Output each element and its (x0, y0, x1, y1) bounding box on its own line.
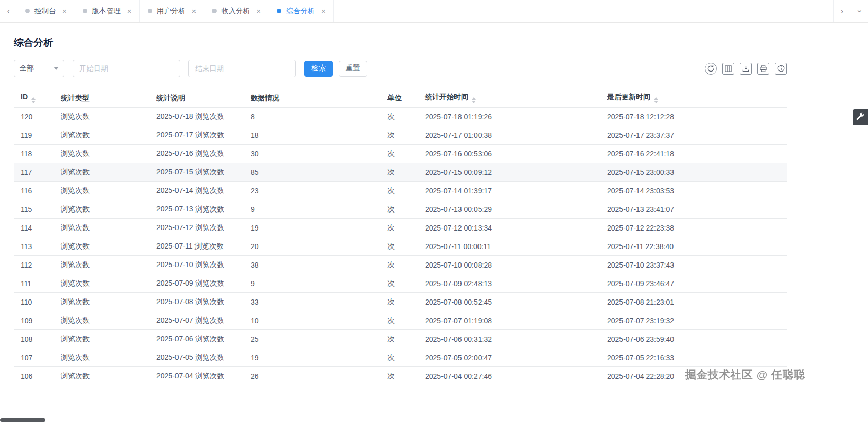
column-settings-icon (725, 65, 732, 72)
tab-close-icon[interactable]: × (192, 7, 197, 15)
tab-item[interactable]: 用户分析× (140, 0, 205, 22)
tab-close-icon[interactable]: × (127, 7, 132, 15)
table-cell: 2025-07-07 01:19:08 (418, 311, 600, 330)
table-cell: 109 (14, 311, 54, 330)
table-cell: 次 (381, 163, 418, 182)
table-cell: 10 (244, 311, 381, 330)
info-icon (777, 65, 785, 72)
column-header[interactable]: 最后更新时间 (600, 89, 787, 108)
table-cell: 38 (244, 256, 381, 274)
table-cell: 2025-07-09 23:46:47 (600, 274, 787, 293)
table-cell: 次 (381, 237, 418, 256)
search-button[interactable]: 检索 (304, 61, 333, 77)
settings-fab-button[interactable] (853, 109, 868, 125)
refresh-button[interactable] (705, 63, 717, 75)
column-header-label: 单位 (387, 94, 402, 102)
table-cell: 次 (381, 367, 418, 385)
table-cell: 次 (381, 145, 418, 163)
start-date-input[interactable] (73, 60, 180, 77)
table-cell: 2025-07-14 01:39:17 (418, 182, 600, 200)
tabs-menu-button[interactable]: › (851, 0, 868, 22)
table-cell: 2025-07-17 01:00:38 (418, 126, 600, 145)
table-cell: 浏览次数 (54, 237, 150, 256)
tab-close-icon[interactable]: × (256, 7, 261, 15)
tab-status-dot (148, 9, 152, 13)
tab-item[interactable]: 收入分析× (204, 0, 269, 22)
table-cell: 2025-07-15 23:00:33 (600, 163, 787, 182)
table-cell: 次 (381, 293, 418, 311)
table-row: 115浏览次数2025-07-13 浏览次数9次2025-07-13 00:05… (14, 200, 787, 219)
table-cell: 113 (14, 237, 54, 256)
print-icon (760, 65, 767, 72)
print-button[interactable] (757, 63, 769, 75)
table-cell: 2025-07-14 浏览次数 (150, 182, 244, 200)
table-cell: 2025-07-09 浏览次数 (150, 274, 244, 293)
table-row: 108浏览次数2025-07-06 浏览次数25次2025-07-06 00:3… (14, 330, 787, 348)
table-cell: 30 (244, 145, 381, 163)
info-button[interactable] (775, 63, 787, 75)
tab-item[interactable]: 综合分析× (269, 0, 334, 22)
column-header: 统计类型 (54, 89, 150, 108)
tab-status-dot (212, 9, 217, 13)
table-cell: 120 (14, 108, 54, 126)
tab-label: 版本管理 (92, 7, 121, 16)
table-cell: 2025-07-16 22:41:18 (600, 145, 787, 163)
column-header-label: 最后更新时间 (607, 93, 650, 101)
type-select[interactable]: 全部 (14, 60, 64, 77)
reset-button[interactable]: 重置 (339, 61, 367, 77)
chevron-right-icon: › (841, 7, 843, 16)
sort-icon[interactable] (31, 97, 36, 103)
table-cell: 108 (14, 330, 54, 348)
table-cell: 107 (14, 348, 54, 367)
end-date-input[interactable] (188, 60, 296, 77)
tab-label: 控制台 (34, 7, 56, 16)
sort-icon[interactable] (654, 97, 658, 103)
table-cell: 浏览次数 (54, 108, 150, 126)
table-cell: 2025-07-18 01:19:26 (418, 108, 600, 126)
table-row: 107浏览次数2025-07-05 浏览次数19次2025-07-05 02:0… (14, 348, 787, 367)
tab-status-dot (25, 9, 30, 13)
sort-icon[interactable] (472, 97, 476, 103)
table-cell: 浏览次数 (54, 256, 150, 274)
column-header[interactable]: ID (14, 89, 54, 108)
table-cell: 2025-07-09 02:48:13 (418, 274, 600, 293)
column-header-label: 统计开始时间 (425, 93, 468, 101)
table-cell: 2025-07-13 00:05:29 (418, 200, 600, 219)
table-cell: 2025-07-04 浏览次数 (150, 367, 244, 385)
column-settings-button[interactable] (722, 63, 734, 75)
table-row: 116浏览次数2025-07-14 浏览次数23次2025-07-14 01:3… (14, 182, 787, 200)
page-title: 综合分析 (14, 36, 787, 49)
table-cell: 25 (244, 330, 381, 348)
table-cell: 浏览次数 (54, 219, 150, 237)
table-cell: 23 (244, 182, 381, 200)
tab-item[interactable]: 控制台× (17, 0, 75, 22)
table-cell: 2025-07-17 23:37:37 (600, 126, 787, 145)
table-cell: 2025-07-07 浏览次数 (150, 311, 244, 330)
table-cell: 117 (14, 163, 54, 182)
tabs-scroll-right-button[interactable]: › (833, 0, 851, 22)
column-header-label: ID (21, 93, 28, 101)
tab-close-icon[interactable]: × (62, 7, 67, 15)
table-cell: 2025-07-04 22:28:20 (600, 367, 787, 385)
table-cell: 2025-07-13 浏览次数 (150, 200, 244, 219)
table-cell: 116 (14, 182, 54, 200)
table-cell: 浏览次数 (54, 274, 150, 293)
tab-label: 收入分析 (221, 7, 250, 16)
column-header: 单位 (381, 89, 418, 108)
table-cell: 2025-07-08 21:23:01 (600, 293, 787, 311)
horizontal-scrollbar[interactable] (0, 418, 45, 422)
table-cell: 20 (244, 237, 381, 256)
export-button[interactable] (740, 63, 752, 75)
main-content: 综合分析 全部 检索 重置 ID统计类型统计说明数据情况单位统计开始时间最后更新… (14, 36, 787, 385)
table-cell: 2025-07-16 浏览次数 (150, 145, 244, 163)
tab-close-icon[interactable]: × (321, 7, 326, 15)
column-header[interactable]: 统计开始时间 (418, 89, 600, 108)
tab-label: 用户分析 (157, 7, 186, 16)
tabs-scroll-left-button[interactable]: ‹ (0, 0, 17, 22)
table-tools (705, 63, 787, 75)
table-cell: 33 (244, 293, 381, 311)
table-cell: 115 (14, 200, 54, 219)
table-cell: 次 (381, 200, 418, 219)
table-cell: 浏览次数 (54, 145, 150, 163)
tab-item[interactable]: 版本管理× (75, 0, 140, 22)
